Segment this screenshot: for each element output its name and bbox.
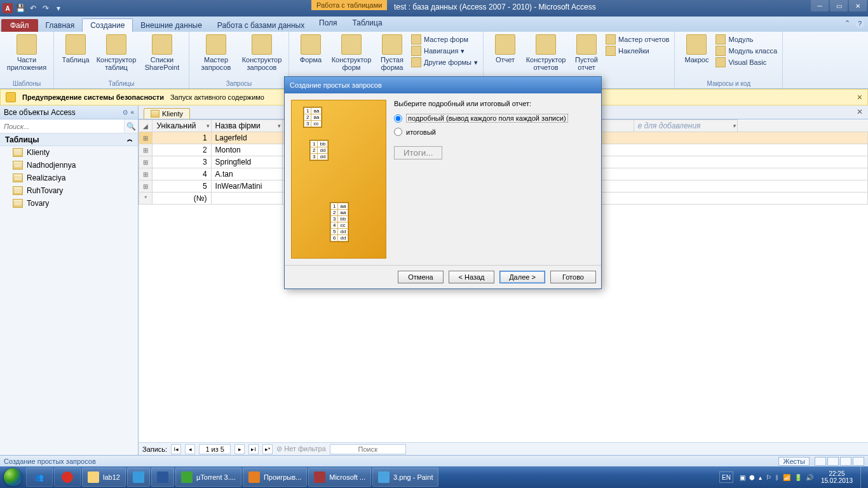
table-icon bbox=[13, 199, 23, 208]
form-button[interactable]: Форма bbox=[293, 33, 329, 65]
next-record-button[interactable]: ▸ bbox=[234, 444, 245, 454]
nav-item-nadhodjennya[interactable]: Nadhodjennya bbox=[0, 159, 138, 172]
form-wizard-button[interactable]: Мастер форм bbox=[411, 34, 478, 44]
task-paint[interactable]: 3.png - Paint bbox=[372, 468, 438, 487]
radio-summary-input[interactable] bbox=[394, 128, 402, 136]
nav-item-ruhtovary[interactable]: RuhTovary bbox=[0, 184, 138, 197]
select-all-cell[interactable]: ◢ bbox=[139, 120, 153, 132]
nav-category-tables[interactable]: Таблицы︽ bbox=[0, 133, 138, 146]
macro-button[interactable]: Макрос bbox=[679, 33, 714, 65]
query-wizard-button[interactable]: Мастерзапросов bbox=[193, 33, 239, 72]
tab-external-data[interactable]: Внешние данные bbox=[133, 19, 210, 32]
qat-dropdown-icon[interactable]: ▾ bbox=[53, 3, 64, 13]
clock[interactable]: 22:2515.02.2013 bbox=[817, 470, 857, 484]
tab-file[interactable]: Файл bbox=[1, 19, 38, 32]
tab-database-tools[interactable]: Работа с базами данных bbox=[210, 19, 312, 32]
nav-header[interactable]: Все объекты Access ⊙« bbox=[0, 105, 138, 119]
start-button[interactable] bbox=[0, 466, 25, 488]
access-app-icon[interactable]: A bbox=[3, 3, 13, 13]
task-player[interactable]: Проигрыв... bbox=[243, 468, 307, 487]
tab-table[interactable]: Таблица bbox=[345, 17, 390, 29]
form-design-button[interactable]: Конструкторформ bbox=[329, 33, 374, 72]
add-column-header[interactable]: е для добавления▾ bbox=[634, 120, 738, 132]
tray-icon[interactable]: ⬢ bbox=[749, 474, 755, 481]
bluetooth-icon[interactable]: ᛒ bbox=[775, 474, 779, 481]
gestures-button[interactable]: Жесты bbox=[778, 457, 810, 466]
tray-icon[interactable]: ⚐ bbox=[766, 474, 771, 481]
show-desktop-button[interactable] bbox=[860, 466, 865, 488]
tab-fields[interactable]: Поля bbox=[311, 17, 345, 29]
column-header-id[interactable]: Унікальний▾ bbox=[153, 120, 211, 132]
cancel-button[interactable]: Отмена bbox=[398, 271, 444, 283]
help-icon[interactable]: ? bbox=[855, 19, 864, 28]
close-button[interactable]: ✕ bbox=[849, 0, 867, 11]
visual-basic-button[interactable]: Visual Basic bbox=[715, 57, 777, 67]
view-button-4[interactable] bbox=[853, 457, 864, 466]
pinned-opera[interactable] bbox=[54, 468, 81, 487]
tab-home[interactable]: Главная bbox=[38, 19, 83, 32]
next-button[interactable]: Далее > bbox=[499, 271, 545, 283]
security-warning-close-icon[interactable]: × bbox=[857, 92, 862, 102]
first-record-button[interactable]: I◂ bbox=[171, 444, 181, 454]
nav-item-realizaciya[interactable]: Realizaciya bbox=[0, 172, 138, 184]
column-header-name[interactable]: Назва фірми▾ bbox=[211, 120, 283, 132]
module-button[interactable]: Модуль bbox=[715, 34, 777, 44]
task-explorer[interactable]: lab12 bbox=[82, 468, 126, 487]
task-utorrent[interactable]: µTorrent 3.... bbox=[175, 468, 241, 487]
nav-collapse-icon[interactable]: « bbox=[130, 109, 134, 116]
radio-detail-input[interactable] bbox=[394, 114, 402, 123]
report-wizard-button[interactable]: Мастер отчетов bbox=[606, 34, 669, 44]
blank-form-button[interactable]: Пустаяформа bbox=[374, 33, 410, 72]
back-button[interactable]: < Назад bbox=[449, 271, 494, 283]
network-icon[interactable]: 📶 bbox=[783, 474, 790, 481]
new-record-button[interactable]: ▸* bbox=[262, 444, 273, 454]
ribbon-minimize-icon[interactable]: ⌃ bbox=[844, 19, 850, 28]
datasheet-search-input[interactable] bbox=[330, 444, 406, 454]
redo-icon[interactable]: ↷ bbox=[41, 3, 51, 13]
document-tab-klienty[interactable]: Klienty bbox=[144, 108, 190, 119]
radio-summary[interactable]: итоговый bbox=[394, 128, 595, 136]
report-button[interactable]: Отчет bbox=[487, 33, 523, 65]
nav-dropdown-icon[interactable]: ⊙ bbox=[123, 109, 128, 116]
language-indicator[interactable]: EN bbox=[719, 471, 733, 483]
task-word[interactable] bbox=[151, 468, 174, 487]
search-icon[interactable]: 🔍 bbox=[124, 119, 138, 133]
tray-show-hidden-icon[interactable]: ▴ bbox=[759, 474, 762, 481]
query-design-button[interactable]: Конструкторзапросов bbox=[239, 33, 285, 72]
nav-item-tovary[interactable]: Tovary bbox=[0, 197, 138, 210]
table-button[interactable]: Таблица bbox=[58, 33, 93, 65]
view-button-3[interactable] bbox=[840, 457, 851, 466]
task-access[interactable]: Microsoft ... bbox=[308, 468, 371, 487]
class-module-button[interactable]: Модуль класса bbox=[715, 46, 777, 56]
navigation-button[interactable]: Навигация ▾ bbox=[411, 46, 478, 56]
last-record-button[interactable]: ▸I bbox=[248, 444, 259, 454]
battery-icon[interactable]: 🔋 bbox=[794, 474, 802, 481]
application-parts-button[interactable]: Частиприложения bbox=[4, 33, 50, 72]
report-design-button[interactable]: Конструкторотчетов bbox=[523, 33, 569, 72]
volume-icon[interactable]: 🔊 bbox=[806, 474, 813, 481]
nav-search-input[interactable] bbox=[0, 119, 124, 133]
tab-create[interactable]: Создание bbox=[82, 18, 133, 32]
sharepoint-lists-button[interactable]: СпискиSharePoint bbox=[139, 33, 185, 72]
table-design-button[interactable]: Конструктортаблиц bbox=[93, 33, 139, 72]
nav-item-klienty[interactable]: Klienty bbox=[0, 146, 138, 159]
record-position-input[interactable] bbox=[199, 444, 231, 454]
datasheet-view-button[interactable] bbox=[815, 457, 826, 466]
tray-icon[interactable]: ▣ bbox=[740, 474, 745, 481]
undo-icon[interactable]: ↶ bbox=[28, 3, 38, 13]
blank-report-button[interactable]: Пустойотчет bbox=[569, 33, 604, 72]
labels-button[interactable]: Наклейки bbox=[606, 46, 669, 56]
group-macros: Макрос Модуль Модуль класса Visual Basic… bbox=[675, 32, 783, 88]
radio-detail[interactable]: подробный (вывод каждого поля каждой зап… bbox=[394, 114, 595, 123]
document-close-icon[interactable]: ✕ bbox=[857, 107, 863, 116]
more-forms-button[interactable]: Другие формы ▾ bbox=[411, 57, 478, 67]
save-icon[interactable]: 💾 bbox=[15, 3, 25, 13]
dialog-title[interactable]: Создание простых запросов bbox=[285, 77, 601, 93]
prev-record-button[interactable]: ◂ bbox=[185, 444, 195, 454]
finish-button[interactable]: Готово bbox=[550, 271, 596, 283]
minimize-button[interactable]: ─ bbox=[811, 0, 829, 11]
maximize-button[interactable]: ▭ bbox=[830, 0, 848, 11]
design-view-button[interactable] bbox=[827, 457, 839, 466]
task-ie[interactable] bbox=[127, 468, 150, 487]
pinned-messenger[interactable]: 👥 bbox=[26, 468, 53, 487]
